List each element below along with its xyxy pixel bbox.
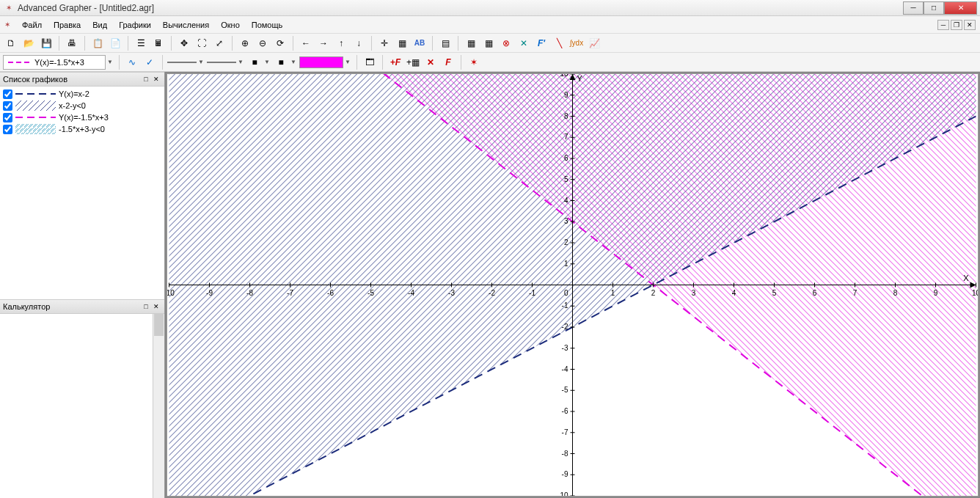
open-file-icon[interactable]: 📂 <box>21 35 37 51</box>
trace-icon[interactable]: ⊗ <box>498 35 514 51</box>
color-swatch[interactable] <box>299 56 343 68</box>
new-file-icon[interactable]: 🗋 <box>3 35 19 51</box>
scrollbar[interactable] <box>153 314 164 498</box>
zoom-reset-icon[interactable]: ⟳ <box>272 35 288 51</box>
separator <box>128 36 128 51</box>
svg-text:9: 9 <box>564 91 568 99</box>
graph-list-item[interactable]: x-2-y<0 <box>1 100 163 111</box>
menu-file[interactable]: Файл <box>16 18 48 32</box>
move-icon[interactable]: ✥ <box>176 35 192 51</box>
panel-close-icon[interactable]: ✕ <box>151 301 161 312</box>
mdi-restore-button[interactable]: ❐ <box>951 20 962 30</box>
formula-toolbar: Y(x)=-1.5*x+3 ▼ ∿ ✓ ▼ ▼ ■ ▼ ■ ▼ ▼ 🗔 +F +… <box>0 53 980 72</box>
crosshair-icon[interactable]: ✛ <box>376 35 392 51</box>
mdi-minimize-button[interactable]: ─ <box>937 20 949 30</box>
func-options-icon[interactable]: ✶ <box>466 54 482 70</box>
separator <box>432 36 433 51</box>
graph-visibility-checkbox[interactable] <box>3 89 12 99</box>
paste-icon[interactable]: 📄 <box>107 35 123 51</box>
menu-window[interactable]: Окно <box>215 18 246 32</box>
menu-help[interactable]: Помощь <box>246 18 289 32</box>
svg-text:-4: -4 <box>408 289 414 297</box>
print-icon[interactable]: 🖶 <box>64 35 80 51</box>
arrow-down-icon[interactable]: ↓ <box>351 35 367 51</box>
plot-area[interactable]: XY-10-9-8-7-6-5-4-3-2-112345678910-10-9-… <box>167 73 979 497</box>
label-icon[interactable]: AB <box>412 35 428 51</box>
list-icon[interactable]: ☰ <box>133 35 149 51</box>
current-formula-display[interactable]: Y(x)=-1.5*x+3 <box>3 55 106 70</box>
maximize-button[interactable]: □ <box>924 1 944 15</box>
arrow-up-icon[interactable]: ↑ <box>333 35 349 51</box>
delete-func-icon[interactable]: ✕ <box>423 54 439 70</box>
zoom-fit-icon[interactable]: ⤢ <box>211 35 227 51</box>
graph-visibility-checkbox[interactable] <box>3 101 12 111</box>
svg-text:-7: -7 <box>562 428 568 436</box>
svg-text:-6: -6 <box>562 407 568 415</box>
dup-func-icon[interactable]: F <box>440 54 456 70</box>
point-size-selector[interactable]: ■ <box>273 54 289 70</box>
close-button[interactable]: ✕ <box>944 1 977 15</box>
plot-svg: XY-10-9-8-7-6-5-4-3-2-112345678910-10-9-… <box>167 74 978 496</box>
graph-visibility-checkbox[interactable] <box>3 113 12 122</box>
graph-visibility-checkbox[interactable] <box>3 125 12 134</box>
graph-style-swatch <box>15 112 56 122</box>
color-dropdown-icon[interactable]: ▼ <box>345 59 352 65</box>
integral-icon[interactable]: ∫ydx <box>568 35 585 51</box>
calculator-body[interactable] <box>0 314 164 498</box>
check-icon[interactable]: ✓ <box>142 54 158 70</box>
minimize-button[interactable]: ─ <box>903 1 924 15</box>
graph-list-item[interactable]: Y(x)=x-2 <box>1 88 163 100</box>
zoom-out-icon[interactable]: ⊖ <box>255 35 271 51</box>
table-icon[interactable]: ▦ <box>463 35 479 51</box>
sine-icon[interactable]: ∿ <box>124 54 140 70</box>
svg-text:3: 3 <box>564 217 568 225</box>
panel-dock-icon[interactable]: □ <box>141 74 151 84</box>
arrow-right-icon[interactable]: → <box>315 35 332 51</box>
graph-list-item[interactable]: -1.5*x+3-y<0 <box>1 123 163 135</box>
intersect-icon[interactable]: ✕ <box>516 35 532 51</box>
svg-rect-6 <box>15 124 56 134</box>
separator <box>162 55 163 70</box>
line-style-selector[interactable] <box>167 54 197 70</box>
calculator-title: Калькулятор <box>3 302 141 311</box>
graph-list-item[interactable]: Y(x)=-1.5*x+3 <box>1 111 163 123</box>
point-size-dropdown-icon[interactable]: ▼ <box>290 59 298 65</box>
add-table-icon[interactable]: +▦ <box>405 54 421 70</box>
grid-icon[interactable]: ▦ <box>394 35 410 51</box>
arrow-left-icon[interactable]: ← <box>298 35 314 51</box>
graph-props-icon[interactable]: 🗔 <box>362 54 378 70</box>
doc-icon: ✶ <box>1 19 13 31</box>
panel-close-icon[interactable]: ✕ <box>151 74 161 84</box>
mdi-close-button[interactable]: ✕ <box>964 20 976 30</box>
calc-icon[interactable]: 🖩 <box>150 35 167 51</box>
table2-icon[interactable]: ▦ <box>480 35 497 51</box>
props-icon[interactable]: ▤ <box>437 35 453 51</box>
point-style-dropdown-icon[interactable]: ▼ <box>264 59 271 65</box>
menu-graphs[interactable]: Графики <box>113 18 157 32</box>
svg-text:-5: -5 <box>562 386 568 394</box>
save-file-icon[interactable]: 💾 <box>38 35 54 51</box>
menu-calc[interactable]: Вычисления <box>157 18 215 32</box>
derivative-icon[interactable]: F' <box>533 35 549 51</box>
main-toolbar: 🗋 📂 💾 🖶 📋 📄 ☰ 🖩 ✥ ⛶ ⤢ ⊕ ⊖ ⟳ ← → ↑ ↓ ✛ ▦ … <box>0 34 980 53</box>
panel-dock-icon[interactable]: □ <box>141 301 151 312</box>
line-width-dropdown-icon[interactable]: ▼ <box>238 59 245 65</box>
svg-text:X: X <box>963 274 969 282</box>
copy-icon[interactable]: 📋 <box>89 35 106 51</box>
workspace: Список графиков □ ✕ Y(x)=x-2x-2-y<0Y(x)=… <box>0 72 980 498</box>
regression-icon[interactable]: 📈 <box>586 35 602 51</box>
line-style-dropdown-icon[interactable]: ▼ <box>198 59 205 65</box>
line-width-selector[interactable] <box>207 54 236 70</box>
tangent-icon[interactable]: ╲ <box>551 35 567 51</box>
zoom-in-icon[interactable]: ⊕ <box>237 35 253 51</box>
formula-dropdown-icon[interactable]: ▼ <box>107 59 114 65</box>
add-func-icon[interactable]: +F <box>387 54 403 70</box>
point-style-selector[interactable]: ■ <box>246 54 263 70</box>
zoom-box-icon[interactable]: ⛶ <box>194 35 210 51</box>
svg-text:-3: -3 <box>448 289 455 297</box>
scrollbar-thumb[interactable] <box>154 314 164 336</box>
svg-text:-10: -10 <box>167 289 175 297</box>
menu-view[interactable]: Вид <box>87 18 113 32</box>
menubar: ✶ Файл Правка Вид Графики Вычисления Окн… <box>0 16 980 34</box>
menu-edit[interactable]: Правка <box>48 18 87 32</box>
